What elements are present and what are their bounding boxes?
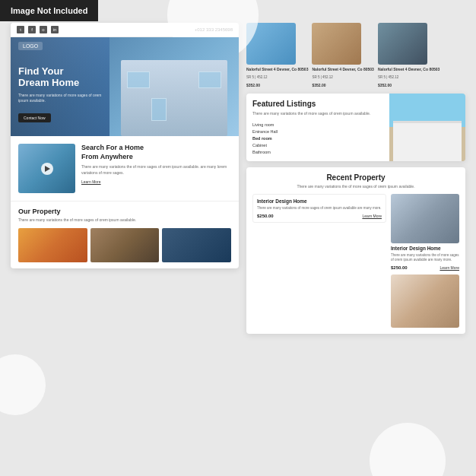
top-property-address-2: Nalorful Street 4 Devner, Co 80503: [312, 67, 373, 71]
recent-right-price: $250.00: [391, 265, 408, 270]
search-section: Search For a Home From Anywhere There ar…: [11, 136, 239, 201]
top-property-price-1: $352.00: [246, 83, 308, 87]
top-property-address-1: Nalorful Street 4 Devner, Co 80503: [246, 67, 308, 71]
recent-item-1: Interior Design Home There are many vari…: [252, 194, 386, 223]
hero-content: Find Your Dream Home There are many vari…: [18, 65, 102, 122]
top-property-3: Nalorful Street 4 Devner, Co 80503 SR 5 …: [378, 23, 440, 87]
search-content: Search For a Home From Anywhere There ar…: [81, 144, 231, 184]
property-thumb-3: [162, 228, 231, 262]
property-thumb-2: [90, 228, 160, 262]
recent-item-1-title: Interior Design Home: [257, 198, 382, 204]
recent-right-image-2: [391, 274, 459, 328]
top-property-specs-3: SR 5 | 452.12: [378, 75, 440, 79]
recent-title: Recent Property: [252, 173, 459, 182]
contact-now-button[interactable]: Contact Now: [18, 113, 51, 122]
top-property-2: Nalorful Street 4 Devner, Co 80503 SR 5 …: [312, 23, 373, 87]
main-layout: t f o in +012 333 2345698 LOGO HOME PAGE…: [0, 0, 476, 476]
left-panel: t f o in +012 333 2345698 LOGO HOME PAGE…: [11, 23, 239, 465]
recent-right-footer: $250.00 Learn More: [391, 265, 459, 270]
property-grid: [18, 228, 231, 262]
recent-right-image-1: [391, 194, 459, 243]
featured-list-item-1: Living room: [252, 121, 377, 128]
search-description: There are many variations the of more sa…: [81, 164, 231, 176]
social-links: t f o in: [17, 26, 59, 33]
hero-house-image: [109, 37, 239, 136]
recent-right-header: Interior Design Home There are many vari…: [391, 194, 459, 270]
hero-title: Find Your Dream Home: [18, 65, 102, 89]
featured-list: Living room Entrance Hall Bed room Cabin…: [252, 121, 377, 155]
featured-image: [389, 94, 465, 161]
featured-list-item-5: Bathroom: [252, 148, 377, 155]
top-property-price-3: $352.00: [378, 83, 440, 87]
recent-item-1-footer: $250.00 Learn More: [257, 214, 382, 218]
our-property-title: Our Property: [18, 208, 231, 215]
top-property-specs-2: SR 5 | 452.12: [312, 75, 373, 79]
top-property-1: Nalorful Street 4 Devner, Co 80503 SR 5 …: [246, 23, 308, 87]
recent-item-1-price: $250.00: [257, 214, 274, 218]
house-window-2: [198, 71, 221, 88]
house-window-1: [127, 71, 150, 88]
search-title: Search For a Home From Anywhere: [81, 144, 231, 161]
house-door: [151, 98, 167, 121]
search-house-image: [18, 144, 75, 193]
website-mockup: t f o in +012 333 2345698 LOGO HOME PAGE…: [11, 23, 239, 268]
featured-listings-card: Featured Listings There are many variati…: [246, 94, 465, 161]
hero-section: LOGO HOME PAGES PROPERTIES CONTACT: [11, 37, 239, 136]
search-learn-more[interactable]: Learn More: [81, 179, 231, 184]
facebook-icon[interactable]: f: [28, 26, 36, 33]
our-property-description: There are many variations the of more sa…: [18, 217, 231, 223]
play-icon: [45, 166, 50, 172]
play-button[interactable]: [41, 163, 53, 175]
top-property-address-3: Nalorful Street 4 Devner, Co 80503: [378, 67, 440, 71]
modern-house-shape: [389, 94, 465, 161]
linkedin-icon[interactable]: in: [51, 26, 59, 33]
top-property-image-3: [378, 23, 427, 65]
top-property-specs-1: SR 5 | 452.12: [246, 75, 308, 79]
hero-description: There are many variations of more sages …: [18, 93, 102, 103]
featured-description: There are many variations the of more sa…: [252, 111, 377, 116]
instagram-icon[interactable]: o: [40, 26, 47, 33]
image-not-included-badge: Image Not Included: [0, 0, 98, 21]
recent-right-title: Interior Design Home: [391, 246, 459, 251]
top-property-image-2: [312, 23, 361, 65]
site-logo: LOGO: [18, 42, 43, 50]
recent-item-1-learn-more[interactable]: Learn More: [362, 214, 382, 218]
featured-list-item-3: Bed room: [252, 135, 377, 141]
featured-list-item-2: Entrance Hall: [252, 128, 377, 135]
recent-item-1-desc: There are many variations of more sages …: [257, 206, 382, 211]
our-property-section: Our Property There are many variations t…: [11, 201, 239, 268]
recent-right-desc: There are many variations the of more sa…: [391, 253, 459, 263]
featured-list-item-4: Cabinet: [252, 141, 377, 148]
recent-right-learn-more[interactable]: Learn More: [440, 265, 459, 270]
recent-items: Interior Design Home There are many vari…: [252, 194, 459, 328]
top-property-price-2: $352.00: [312, 83, 373, 87]
property-thumb-1: [18, 228, 87, 262]
house-shape: [121, 60, 227, 136]
featured-title: Featured Listings: [252, 100, 377, 108]
recent-header: Recent Property There are many variation…: [252, 173, 459, 189]
house-modern-body: [393, 121, 462, 161]
right-panel: Nalorful Street 4 Devner, Co 80503 SR 5 …: [246, 23, 465, 465]
featured-content: Featured Listings There are many variati…: [246, 94, 383, 161]
recent-right-column: Interior Design Home There are many vari…: [391, 194, 459, 328]
recent-property-section: Recent Property There are many variation…: [246, 167, 465, 334]
top-properties-row: Nalorful Street 4 Devner, Co 80503 SR 5 …: [246, 23, 465, 87]
twitter-icon[interactable]: t: [17, 26, 24, 33]
recent-left-column: Interior Design Home There are many vari…: [252, 194, 386, 328]
recent-description: There are many variations the of more sa…: [252, 184, 459, 189]
